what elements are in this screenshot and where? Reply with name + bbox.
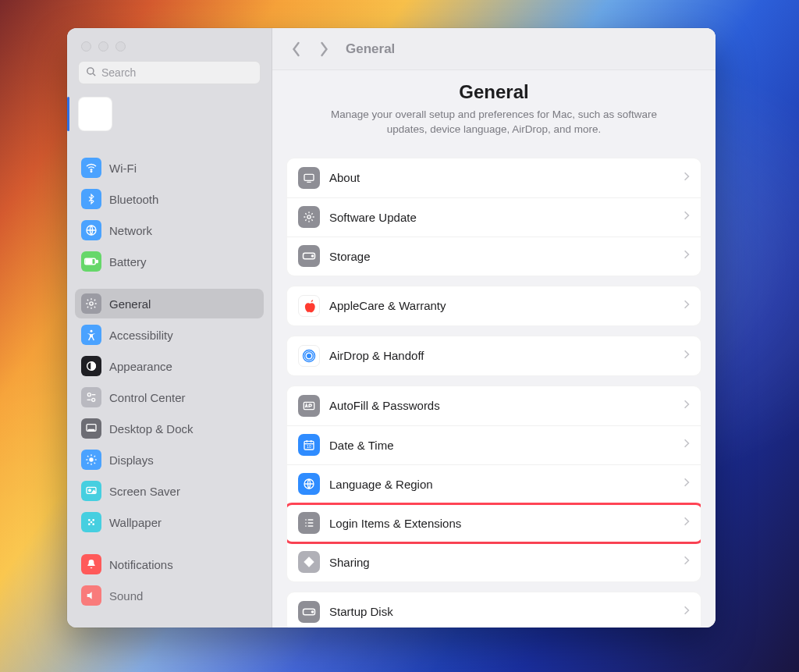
search-icon: [85, 66, 97, 80]
page-title: General: [318, 81, 670, 103]
sidebar-item-accessibility[interactable]: Accessibility: [75, 320, 264, 350]
chevron-right-icon: [684, 516, 690, 530]
svg-point-31: [91, 521, 93, 524]
sidebar-item-wallpaper[interactable]: Wallpaper: [75, 507, 264, 537]
svg-rect-6: [86, 260, 92, 264]
row-label: About: [329, 171, 684, 184]
window-close-button[interactable]: [81, 41, 91, 52]
sidebar-item-label: Battery: [109, 255, 147, 268]
back-button[interactable]: [285, 38, 307, 60]
sidebar-item-label: Control Center: [109, 391, 186, 404]
row-startup-disk[interactable]: Startup Disk: [287, 592, 701, 628]
control-center-icon: [81, 387, 101, 407]
chevron-right-icon: [684, 605, 690, 619]
chevron-right-icon: [684, 299, 690, 313]
login-items-icon: [298, 512, 320, 534]
sidebar-scroll[interactable]: Wi-Fi Bluetooth Network Battery: [67, 142, 272, 628]
row-language-region[interactable]: Language & Region: [287, 464, 701, 503]
row-date-time[interactable]: 10 Date & Time: [287, 425, 701, 464]
sidebar-item-control-center[interactable]: Control Center: [75, 382, 264, 412]
sidebar-item-appearance[interactable]: Appearance: [75, 351, 264, 381]
notifications-icon: [81, 554, 101, 574]
svg-line-23: [87, 463, 88, 464]
svg-point-7: [90, 302, 93, 305]
settings-group: AppleCare & Warranty: [286, 286, 701, 326]
sidebar-item-label: Desktop & Dock: [109, 422, 194, 436]
row-label: AutoFill & Passwords: [329, 399, 684, 412]
battery-icon: [81, 251, 101, 272]
sidebar-item-label: Bluetooth: [109, 193, 158, 206]
displays-icon: [81, 450, 101, 470]
row-login-items-extensions[interactable]: Login Items & Extensions: [287, 503, 701, 542]
row-label: Language & Region: [329, 478, 684, 491]
settings-group: AirDrop & Handoff: [286, 336, 701, 376]
sidebar-item-label: Wallpaper: [109, 516, 162, 529]
search-field[interactable]: [78, 61, 261, 84]
sidebar-item-network[interactable]: Network: [75, 215, 264, 245]
sidebar-item-battery[interactable]: Battery: [75, 247, 264, 276]
sidebar-item-desktop-dock[interactable]: Desktop & Dock: [75, 414, 264, 443]
wallpaper-icon: [81, 512, 101, 532]
sidebar-item-bluetooth[interactable]: Bluetooth: [75, 184, 264, 214]
account-item[interactable]: [78, 97, 261, 131]
row-storage[interactable]: Storage: [287, 236, 701, 276]
row-label: Sharing: [329, 556, 684, 569]
row-applecare[interactable]: AppleCare & Warranty: [287, 286, 701, 325]
row-autofill-passwords[interactable]: AutoFill & Passwords: [287, 386, 701, 425]
sidebar-item-sound[interactable]: Sound: [75, 581, 264, 610]
search-input[interactable]: [101, 66, 254, 79]
gear-icon: [81, 293, 101, 314]
settings-group: AutoFill & Passwords 10 Date & Time Lang…: [286, 386, 701, 582]
row-label: Startup Disk: [329, 605, 684, 618]
row-label: Software Update: [329, 211, 684, 224]
sidebar-item-label: Screen Saver: [109, 485, 180, 498]
sharing-icon: [298, 551, 320, 573]
row-sharing[interactable]: Sharing: [287, 542, 701, 581]
row-label: AppleCare & Warranty: [329, 299, 684, 312]
sidebar-item-label: Appearance: [109, 360, 172, 373]
svg-point-54: [311, 611, 313, 613]
row-software-update[interactable]: Software Update: [287, 197, 701, 236]
desktop-dock-icon: [81, 418, 101, 439]
sidebar-item-notifications[interactable]: Notifications: [75, 549, 264, 579]
svg-point-34: [307, 215, 311, 219]
svg-point-10: [87, 393, 91, 396]
content-scroll[interactable]: General Manage your overall setup and pr…: [272, 70, 716, 628]
system-settings-window: Wi-Fi Bluetooth Network Battery: [67, 28, 716, 628]
page-subtitle: Manage your overall setup and preference…: [318, 108, 670, 137]
svg-point-16: [89, 457, 93, 461]
sidebar-item-screen-saver[interactable]: Screen Saver: [75, 476, 264, 506]
svg-point-29: [88, 523, 91, 525]
settings-group: About Software Update Storage: [286, 158, 701, 276]
sidebar-item-label: Displays: [109, 453, 154, 467]
sidebar-item-displays[interactable]: Displays: [75, 445, 264, 475]
chevron-right-icon: [684, 171, 690, 185]
svg-point-36: [311, 255, 313, 257]
svg-point-12: [92, 398, 95, 401]
row-about[interactable]: About: [287, 158, 701, 197]
sidebar-item-label: Notifications: [109, 558, 173, 571]
svg-point-26: [89, 489, 91, 492]
chevron-right-icon: [684, 399, 690, 413]
accessibility-icon: [81, 325, 101, 345]
window-zoom-button[interactable]: [115, 41, 126, 52]
content-pane: General General Manage your overall setu…: [272, 28, 716, 628]
sidebar-item-wifi[interactable]: Wi-Fi: [75, 153, 264, 183]
sidebar-item-label: Network: [109, 224, 152, 237]
airdrop-icon: [298, 345, 320, 367]
svg-line-1: [93, 73, 95, 76]
window-minimize-button[interactable]: [98, 41, 108, 52]
breadcrumb: General: [346, 41, 395, 57]
window-controls: [67, 28, 272, 52]
sidebar-item-general[interactable]: General: [75, 289, 264, 318]
sound-icon: [81, 585, 101, 606]
chevron-right-icon: [684, 249, 690, 263]
software-update-icon: [298, 206, 320, 228]
svg-point-2: [91, 171, 92, 172]
language-region-icon: [298, 473, 320, 495]
screen-saver-icon: [81, 481, 101, 501]
svg-point-30: [92, 523, 94, 525]
autofill-icon: [298, 395, 320, 417]
row-airdrop-handoff[interactable]: AirDrop & Handoff: [287, 336, 701, 375]
forward-button[interactable]: [313, 38, 335, 60]
